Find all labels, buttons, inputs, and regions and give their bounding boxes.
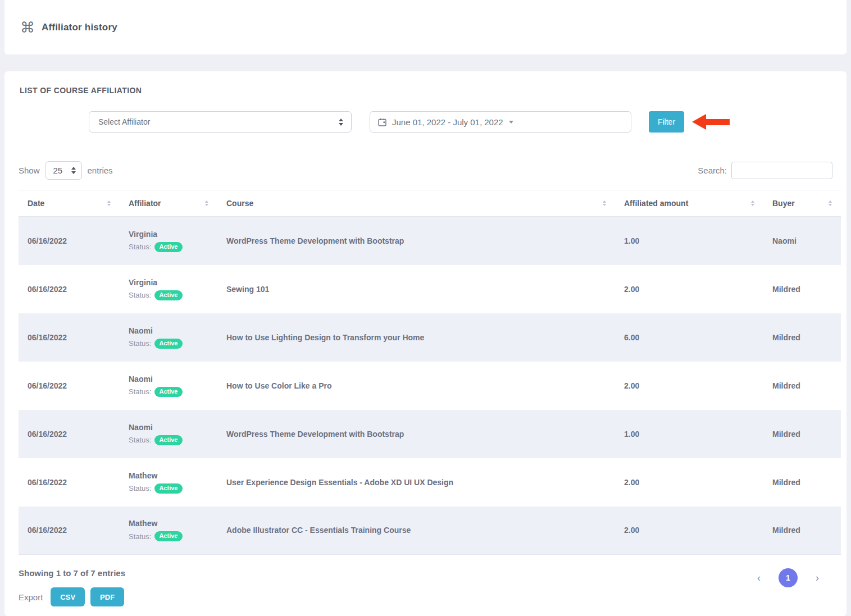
table-row: 06/16/2022 Mathew Status: Active Adobe I… bbox=[19, 507, 841, 555]
sort-icon bbox=[751, 200, 754, 206]
amount-cell: 2.00 bbox=[615, 507, 763, 555]
course-affiliation-panel: LIST OF COURSE AFFILIATION Select Affili… bbox=[4, 71, 847, 616]
table-row: 06/16/2022 Virginia Status: Active WordP… bbox=[19, 217, 841, 265]
status-badge: Active bbox=[154, 483, 182, 494]
status-badge: Active bbox=[154, 435, 182, 445]
affiliator-name: Virginia bbox=[129, 230, 208, 239]
date-cell: 06/16/2022 bbox=[19, 410, 120, 458]
sort-icon bbox=[107, 200, 111, 206]
affiliator-cell: Naomi Status: Active bbox=[120, 410, 217, 458]
affiliator-cell: Naomi Status: Active bbox=[120, 313, 217, 362]
status-label: Status: bbox=[129, 243, 151, 251]
table-header-row: Date Affiliator Course Affiliated amount… bbox=[19, 190, 841, 217]
command-icon: ⌘ bbox=[20, 20, 35, 35]
date-cell: 06/16/2022 bbox=[19, 265, 120, 313]
status-badge: Active bbox=[154, 290, 182, 300]
buyer-cell: Mildred bbox=[763, 410, 841, 458]
course-cell: How to Use Color Like a Pro bbox=[217, 362, 615, 410]
affiliator-name: Naomi bbox=[129, 423, 208, 432]
pagination: ‹ 1 › bbox=[752, 568, 825, 587]
red-arrow-annotation bbox=[692, 114, 730, 130]
date-range-value: June 01, 2022 - July 01, 2022 bbox=[392, 117, 503, 127]
affiliator-name: Virginia bbox=[129, 278, 208, 287]
entries-label: entries bbox=[88, 166, 113, 175]
column-header-date[interactable]: Date bbox=[19, 190, 120, 217]
buyer-cell: Mildred bbox=[763, 313, 841, 362]
status-badge: Active bbox=[154, 387, 182, 397]
affiliator-cell: Mathew Status: Active bbox=[120, 458, 217, 507]
status-label: Status: bbox=[129, 291, 151, 299]
amount-cell: 2.00 bbox=[615, 458, 763, 507]
affiliator-select[interactable]: Select Affiliator bbox=[89, 111, 352, 133]
amount-cell: 1.00 bbox=[615, 410, 763, 458]
status-badge: Active bbox=[154, 531, 182, 541]
course-cell: WordPress Theme Development with Bootstr… bbox=[217, 217, 615, 265]
show-label: Show bbox=[19, 166, 40, 175]
calendar-icon bbox=[378, 118, 386, 126]
sort-icon bbox=[829, 200, 832, 206]
sort-icon bbox=[603, 200, 606, 206]
panel-title: LIST OF COURSE AFFILIATION bbox=[20, 86, 832, 95]
list-controls: Show 25 entries Search: bbox=[19, 161, 832, 180]
affiliator-cell: Naomi Status: Active bbox=[120, 362, 217, 410]
select-arrows-icon bbox=[71, 167, 76, 174]
status-label: Status: bbox=[129, 532, 151, 541]
pagination-previous-icon[interactable]: ‹ bbox=[752, 572, 766, 584]
course-cell: WordPress Theme Development with Bootstr… bbox=[217, 410, 615, 458]
pagination-next-icon[interactable]: › bbox=[810, 572, 825, 584]
table-row: 06/16/2022 Naomi Status: Active WordPres… bbox=[19, 410, 841, 458]
course-cell: Sewing 101 bbox=[217, 265, 615, 313]
affiliator-name: Naomi bbox=[129, 326, 208, 335]
date-range-picker[interactable]: June 01, 2022 - July 01, 2022 bbox=[370, 111, 631, 133]
export-csv-button[interactable]: CSV bbox=[51, 587, 85, 606]
table-row: 06/16/2022 Mathew Status: Active User Ex… bbox=[19, 458, 841, 507]
affiliation-table: Date Affiliator Course Affiliated amount… bbox=[19, 190, 841, 555]
select-arrows-icon bbox=[339, 118, 343, 126]
table-row: 06/16/2022 Naomi Status: Active How to U… bbox=[19, 313, 841, 362]
entries-length-value: 25 bbox=[53, 166, 63, 175]
column-header-affiliated-amount[interactable]: Affiliated amount bbox=[615, 190, 763, 217]
buyer-cell: Naomi bbox=[763, 217, 841, 265]
search-label: Search: bbox=[698, 166, 727, 175]
table-body: 06/16/2022 Virginia Status: Active WordP… bbox=[19, 217, 841, 555]
amount-cell: 2.00 bbox=[615, 362, 763, 410]
affiliator-cell: Mathew Status: Active bbox=[120, 507, 217, 555]
status-label: Status: bbox=[129, 339, 151, 348]
course-cell: Adobe Illustrator CC - Essentials Traini… bbox=[217, 507, 615, 555]
column-header-affiliator[interactable]: Affiliator bbox=[120, 190, 217, 217]
entries-length-select[interactable]: 25 bbox=[45, 161, 82, 180]
affiliator-name: Mathew bbox=[129, 519, 208, 528]
status-label: Status: bbox=[129, 436, 151, 444]
buyer-cell: Mildred bbox=[763, 458, 841, 507]
buyer-cell: Mildred bbox=[763, 265, 841, 313]
filter-button[interactable]: Filter bbox=[649, 111, 684, 133]
date-cell: 06/16/2022 bbox=[19, 507, 120, 555]
buyer-cell: Mildred bbox=[763, 507, 841, 555]
search-input[interactable] bbox=[731, 162, 832, 179]
status-label: Status: bbox=[129, 484, 151, 492]
entries-summary: Showing 1 to 7 of 7 entries bbox=[19, 568, 130, 578]
export-pdf-button[interactable]: PDF bbox=[90, 587, 124, 606]
date-cell: 06/16/2022 bbox=[19, 458, 120, 507]
table-row: 06/16/2022 Naomi Status: Active How to U… bbox=[19, 362, 841, 410]
column-header-buyer[interactable]: Buyer bbox=[763, 190, 841, 217]
amount-cell: 2.00 bbox=[615, 265, 763, 313]
affiliator-name: Naomi bbox=[129, 375, 208, 384]
sort-icon bbox=[205, 200, 208, 206]
column-header-course[interactable]: Course bbox=[217, 190, 615, 217]
table-row: 06/16/2022 Virginia Status: Active Sewin… bbox=[19, 265, 841, 313]
date-cell: 06/16/2022 bbox=[19, 217, 120, 265]
date-cell: 06/16/2022 bbox=[19, 362, 120, 410]
caret-down-icon bbox=[509, 121, 513, 124]
course-cell: User Experience Design Essentials - Adob… bbox=[217, 458, 615, 507]
amount-cell: 6.00 bbox=[615, 313, 763, 362]
status-badge: Active bbox=[154, 242, 182, 252]
status-badge: Active bbox=[154, 339, 182, 349]
status-label: Status: bbox=[129, 387, 151, 396]
pagination-page-1[interactable]: 1 bbox=[779, 568, 798, 587]
affiliator-name: Mathew bbox=[129, 471, 208, 480]
page-title: Affiliator history bbox=[42, 22, 117, 33]
export-label: Export bbox=[19, 592, 43, 602]
affiliator-cell: Virginia Status: Active bbox=[120, 217, 217, 265]
buyer-cell: Mildred bbox=[763, 362, 841, 410]
